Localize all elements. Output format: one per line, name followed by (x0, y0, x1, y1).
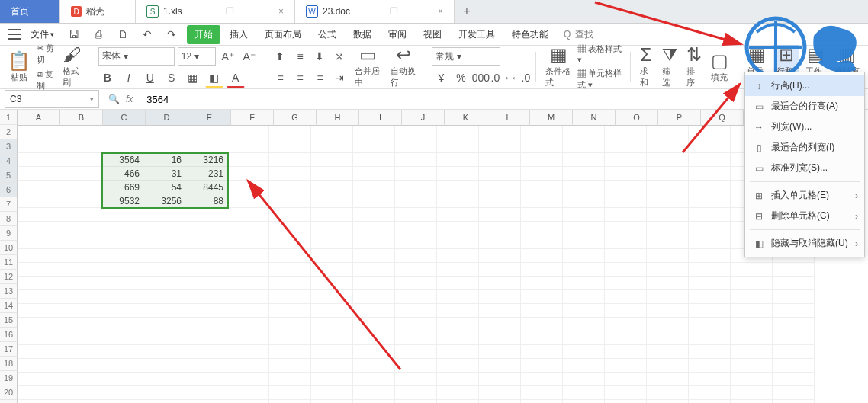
cell-N4[interactable] (563, 167, 605, 181)
cell-J21[interactable] (395, 400, 437, 403)
sum-button[interactable]: Σ求和 (637, 46, 656, 88)
cell-S12[interactable] (773, 277, 815, 290)
cell-O10[interactable] (605, 249, 647, 263)
cell-M17[interactable] (521, 345, 563, 359)
row-header-15[interactable]: 15 (0, 313, 18, 328)
cell-I3[interactable] (353, 153, 395, 167)
cell-D7[interactable] (143, 208, 185, 222)
cell-F10[interactable] (227, 249, 269, 263)
font-name-select[interactable]: 宋体▾ (98, 47, 175, 66)
cell-G7[interactable] (269, 208, 311, 222)
row-header-21[interactable]: 21 (0, 400, 18, 403)
cell-A4[interactable] (18, 167, 59, 181)
cell-L6[interactable] (479, 194, 521, 208)
cell-N9[interactable] (563, 235, 605, 249)
cell-H7[interactable] (311, 208, 353, 222)
column-header-K[interactable]: K (445, 110, 487, 126)
cell-L11[interactable] (479, 263, 521, 277)
cell-S19[interactable] (773, 373, 815, 386)
row-header-3[interactable]: 3 (0, 139, 18, 154)
cell-L14[interactable] (479, 304, 521, 318)
cell-M5[interactable] (521, 181, 563, 194)
cell-E3[interactable]: 3216 (185, 153, 227, 167)
cell-J2[interactable] (395, 139, 437, 153)
cell-Q19[interactable] (689, 373, 731, 386)
column-header-Q[interactable]: Q (701, 110, 744, 126)
cell-P12[interactable] (647, 277, 689, 290)
cell-O6[interactable] (605, 194, 647, 208)
cell-Q1[interactable] (689, 126, 731, 139)
cell-R12[interactable] (731, 277, 773, 290)
cell-I14[interactable] (353, 304, 395, 318)
cell-C16[interactable] (101, 331, 143, 345)
cell-L19[interactable] (479, 373, 521, 386)
cell-I21[interactable] (353, 400, 395, 403)
cell-G16[interactable] (269, 331, 311, 345)
column-header-C[interactable]: C (103, 110, 146, 126)
cell-O2[interactable] (605, 139, 647, 153)
tab-dahao[interactable]: D 稻壳 (60, 0, 136, 23)
cell-B8[interactable] (59, 222, 101, 235)
cell-H12[interactable] (311, 277, 353, 290)
cell-B17[interactable] (59, 345, 101, 359)
cell-F19[interactable] (227, 373, 269, 386)
cell-F17[interactable] (227, 345, 269, 359)
cell-G4[interactable] (269, 167, 311, 181)
align-left-icon[interactable]: ≡ (271, 69, 289, 87)
bold-icon[interactable]: B (98, 69, 117, 87)
cell-R11[interactable] (731, 263, 773, 277)
cell-G19[interactable] (269, 373, 311, 386)
cell-K12[interactable] (437, 277, 479, 290)
cell-P18[interactable] (647, 359, 689, 373)
cell-O19[interactable] (605, 373, 647, 386)
cell-F2[interactable] (227, 139, 269, 153)
cell-G14[interactable] (269, 304, 311, 318)
cell-I6[interactable] (353, 194, 395, 208)
cell-P14[interactable] (647, 304, 689, 318)
cell-L15[interactable] (479, 318, 521, 331)
cell-F1[interactable] (227, 126, 269, 139)
cell-O7[interactable] (605, 208, 647, 222)
cell-D4[interactable]: 31 (143, 167, 185, 181)
cell-I15[interactable] (353, 318, 395, 331)
cell-Q21[interactable] (689, 400, 731, 403)
cell-M7[interactable] (521, 208, 563, 222)
cell-A12[interactable] (18, 277, 59, 290)
cell-E10[interactable] (185, 249, 227, 263)
cell-K21[interactable] (437, 400, 479, 403)
cell-E18[interactable] (185, 359, 227, 373)
copy-button[interactable]: ⧉ 复制 (37, 69, 56, 91)
cell-J7[interactable] (395, 208, 437, 222)
cell-D10[interactable] (143, 249, 185, 263)
cell-B13[interactable] (59, 290, 101, 304)
cell-G12[interactable] (269, 277, 311, 290)
cell-E11[interactable] (185, 263, 227, 277)
cell-K9[interactable] (437, 235, 479, 249)
cell-H17[interactable] (311, 345, 353, 359)
ribbon-tab-view[interactable]: 视图 (416, 25, 449, 44)
cell-S11[interactable] (773, 263, 815, 277)
cell-N3[interactable] (563, 153, 605, 167)
paste-button[interactable]: 📋 粘贴 (5, 52, 34, 83)
cell-R17[interactable] (731, 345, 773, 359)
cell-L2[interactable] (479, 139, 521, 153)
cell-F4[interactable] (227, 167, 269, 181)
cell-L8[interactable] (479, 222, 521, 235)
cell-K4[interactable] (437, 167, 479, 181)
cell-G6[interactable] (269, 194, 311, 208)
cell-P13[interactable] (647, 290, 689, 304)
row-header-13[interactable]: 13 (0, 284, 18, 299)
cell-D11[interactable] (143, 263, 185, 277)
cell-P3[interactable] (647, 153, 689, 167)
row-header-17[interactable]: 17 (0, 342, 18, 357)
cell-R19[interactable] (731, 373, 773, 386)
cell-D6[interactable]: 3256 (143, 194, 185, 208)
cell-K2[interactable] (437, 139, 479, 153)
cell-E6[interactable]: 88 (185, 194, 227, 208)
comma-icon[interactable]: 000 (471, 69, 490, 87)
cell-I11[interactable] (353, 263, 395, 277)
cell-L17[interactable] (479, 345, 521, 359)
cell-I16[interactable] (353, 331, 395, 345)
cell-D2[interactable] (143, 139, 185, 153)
cell-A1[interactable] (18, 126, 59, 139)
